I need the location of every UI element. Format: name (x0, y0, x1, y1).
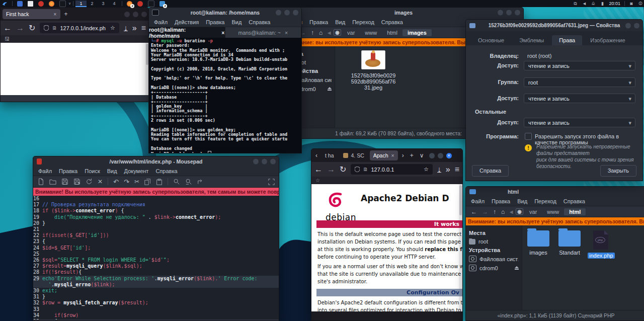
sidebar-item-filesystem[interactable]: Файловая сист… (469, 256, 519, 262)
import-bookmarks-icon[interactable]: 🖫 (5, 36, 10, 42)
titlebar[interactable]: images (284, 8, 523, 17)
crumb-collapse-icon[interactable]: ◂ (326, 29, 333, 36)
home-icon[interactable]: ⌂ (499, 208, 507, 215)
menu-item-Справка[interactable]: Справка (249, 19, 270, 25)
firefox-launcher-icon[interactable] (49, 1, 54, 7)
search-icon[interactable] (173, 178, 180, 185)
forward-icon[interactable]: → (327, 165, 335, 174)
downloads-icon[interactable]: ↓ (437, 167, 441, 173)
others-access-dropdown[interactable]: чтение и запись (524, 118, 635, 127)
taskbar-files-icon[interactable]: 2 (159, 1, 165, 7)
maximize-button[interactable] (262, 158, 267, 164)
clipboard-tray-icon[interactable]: ⧉ (573, 1, 578, 6)
up-icon[interactable]: ↑ (309, 29, 316, 36)
extension-icon[interactable]: ☆ (315, 178, 320, 183)
breadcrumb-html[interactable]: html (564, 208, 586, 215)
close-tab-icon[interactable]: × (285, 30, 288, 36)
volume-icon[interactable]: ◄ (582, 1, 587, 6)
menu-item-Правка[interactable]: Правка (309, 19, 328, 25)
menu-item-Вид[interactable]: Вид (231, 19, 242, 25)
back-icon[interactable]: ← (469, 208, 479, 215)
breadcrumb-html[interactable]: html (382, 29, 403, 36)
mousepad-launcher-icon[interactable] (38, 1, 44, 7)
fullscreen-icon[interactable] (268, 179, 275, 185)
minimize-button[interactable] (498, 10, 503, 15)
back-icon[interactable]: ← (314, 165, 323, 174)
tab-first-hack[interactable]: First hack × (3, 9, 60, 19)
maximize-button[interactable] (284, 10, 290, 15)
close-tab-icon[interactable]: × (221, 30, 224, 36)
group-access-dropdown[interactable]: чтение и запись (524, 94, 635, 103)
maximize-button[interactable] (438, 153, 443, 158)
breadcrumb-var[interactable]: var (342, 29, 360, 36)
list-tabs-chevron-icon[interactable]: ∨ (418, 152, 426, 159)
up-icon[interactable]: ↑ (491, 208, 498, 215)
close-button[interactable] (270, 158, 276, 164)
power-icon[interactable]: ⏼ (638, 1, 643, 6)
breadcrumb-var[interactable]: var (524, 208, 542, 215)
menu-item-Правка[interactable]: Правка (59, 168, 77, 174)
maximize-button[interactable] (625, 23, 631, 28)
menu-hamburger-icon[interactable]: ≡ (141, 24, 146, 33)
launcher-dropdown-icon[interactable]: ∨ (68, 2, 71, 6)
titlebar[interactable]: root@kaliman: /home/mans (149, 8, 301, 17)
menu-item-Действия[interactable]: Действия (175, 19, 199, 25)
battery-icon[interactable]: ▮ (600, 1, 605, 6)
go-to-line-icon[interactable] (197, 178, 204, 185)
close-tab-icon[interactable]: × (391, 152, 394, 158)
back-icon[interactable]: ← (4, 24, 12, 33)
close-tab-icon[interactable]: × (53, 11, 56, 17)
breadcrumb-images[interactable]: images (403, 29, 432, 36)
new-document-icon[interactable] (37, 178, 44, 185)
scroll-tabs-right-icon[interactable]: › (400, 152, 406, 159)
eject-icon[interactable] (515, 266, 519, 270)
document-launcher-icon[interactable] (28, 1, 33, 7)
overflow-chevron-icon[interactable]: » (446, 165, 450, 174)
search-replace-icon[interactable] (185, 178, 192, 185)
menu-item-Документ[interactable]: Документ (124, 168, 149, 174)
bookmark-star-icon[interactable]: ☆ (110, 25, 115, 31)
sidebar-item-cdrom[interactable]: cdrom0 (469, 265, 519, 271)
tab-partial[interactable]: t ha (321, 150, 338, 160)
tab-apache-active[interactable]: Apach × (370, 150, 398, 160)
file-item-index.php[interactable]: index.php (588, 230, 614, 259)
reload-icon[interactable]: ↻ (340, 165, 346, 174)
menu-item-Переход[interactable]: Переход (534, 198, 556, 204)
reload-icon[interactable]: ↻ (29, 23, 35, 33)
menu-item-Поиск[interactable]: Поиск (85, 168, 100, 174)
scroll-tabs-left-icon[interactable]: ‹ (313, 152, 319, 159)
menu-item-Правка[interactable]: Правка (492, 198, 510, 204)
save-as-icon[interactable] (73, 178, 80, 185)
open-file-icon[interactable] (49, 178, 56, 185)
file-item-images[interactable]: images (525, 230, 551, 259)
menu-item-Файл[interactable]: Файл (471, 198, 485, 204)
filesystem-root-icon[interactable]: ◉ (334, 29, 341, 36)
maximize-button[interactable] (133, 12, 138, 17)
url-bar[interactable]: 🗎 127.0.0.1/index.ph ☆ (40, 23, 119, 33)
new-tab-button[interactable]: + (62, 11, 70, 18)
close-button[interactable] (141, 12, 147, 17)
menu-item-Справка[interactable]: Справка (381, 19, 403, 25)
terminal-tab-mans[interactable]: mans@kaliman: ~× (225, 27, 302, 38)
close-button[interactable]: × (446, 153, 452, 158)
overflow-chevron-icon[interactable]: » (132, 24, 137, 33)
minimize-button[interactable] (429, 153, 435, 158)
workspace-button-4[interactable]: 4 (109, 1, 120, 7)
undo-icon[interactable]: ↶ (113, 178, 119, 186)
terminal-output[interactable]: └─# mysql -u buratino -pEnter password:W… (149, 38, 301, 153)
close-button[interactable] (293, 10, 298, 15)
taskbar-firefox-icon[interactable]: 2 (127, 1, 132, 7)
cut-icon[interactable]: ✂ (134, 178, 139, 185)
titlebar[interactable]: 15276b3f09e0029592db899056af7631.jpeg — … (466, 20, 642, 31)
menu-item-Вид[interactable]: Вид (517, 198, 527, 204)
tab-sc[interactable]: 4. SC (340, 150, 368, 160)
menu-item-Правка[interactable]: Правка (206, 19, 224, 25)
menu-item-Файл[interactable]: Файл (38, 168, 52, 174)
menu-item-Вид[interactable]: Вид (107, 168, 117, 174)
copy-icon[interactable] (144, 179, 151, 185)
workspace-button-2[interactable]: 2 (87, 1, 98, 7)
url-bar[interactable]: 🗎 127.0.0.1 ☆ (351, 164, 432, 175)
bookmark-star-icon[interactable]: ☆ (424, 166, 429, 173)
sidebar-item-root[interactable]: root (469, 238, 519, 245)
close-button[interactable] (634, 23, 639, 28)
